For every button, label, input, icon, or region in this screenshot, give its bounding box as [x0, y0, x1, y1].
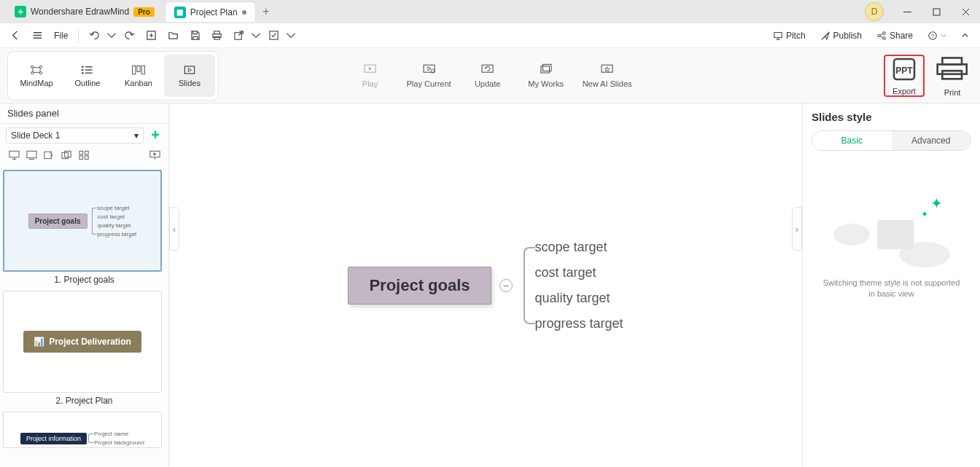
- maximize-button[interactable]: [922, 0, 951, 23]
- share-button[interactable]: Share: [871, 31, 919, 41]
- export-dropdown[interactable]: [251, 26, 261, 45]
- svg-rect-33: [943, 58, 962, 64]
- export-quick-button[interactable]: [229, 26, 248, 45]
- new-ai-slides-button[interactable]: New AI Slides: [583, 63, 632, 88]
- svg-point-10: [883, 36, 886, 39]
- svg-point-8: [878, 34, 881, 37]
- svg-rect-36: [9, 151, 18, 157]
- view-mindmap[interactable]: MindMap: [11, 55, 62, 97]
- close-button[interactable]: [951, 0, 980, 23]
- save-button[interactable]: [185, 26, 204, 45]
- svg-rect-44: [85, 156, 88, 160]
- svg-rect-23: [184, 66, 194, 74]
- style-panel-title: Slides style: [812, 111, 971, 123]
- play-current-button[interactable]: Play Current: [406, 63, 451, 88]
- thumb3-root: Project information: [20, 433, 87, 444]
- svg-point-17: [82, 66, 84, 68]
- child-node[interactable]: quality target: [535, 291, 623, 306]
- panel-tools: [0, 146, 168, 167]
- minimize-button[interactable]: [892, 0, 922, 23]
- svg-point-16: [39, 71, 42, 74]
- print-slides-button[interactable]: Print: [932, 55, 973, 97]
- back-button[interactable]: [6, 26, 25, 45]
- document-tab[interactable]: ▦ Project Plan: [165, 1, 256, 22]
- collapse-ribbon-button[interactable]: [955, 26, 974, 45]
- svg-rect-7: [774, 32, 782, 37]
- pitch-button[interactable]: Pitch: [767, 31, 812, 41]
- app-logo-icon: ✦: [15, 6, 26, 17]
- chart-icon: 📊: [34, 337, 44, 347]
- collapse-left-panel[interactable]: ‹: [169, 207, 179, 251]
- open-button[interactable]: [163, 26, 182, 45]
- view-slides[interactable]: Slides: [164, 55, 215, 97]
- collapse-node-icon[interactable]: −: [499, 279, 513, 292]
- thumb2-caption: 2. Project Plan: [3, 396, 166, 406]
- slide-thumb-1[interactable]: Project goals scope target cost target q…: [3, 170, 162, 272]
- add-deck-button[interactable]: +: [148, 127, 163, 144]
- slides-panel-title: Slides panel: [0, 103, 168, 124]
- root-node[interactable]: Project goals: [348, 267, 491, 305]
- app-name: Wondershare EdrawMind: [31, 7, 129, 17]
- svg-rect-22: [141, 66, 144, 74]
- tab-basic[interactable]: Basic: [812, 131, 892, 150]
- child-node[interactable]: progress target: [535, 316, 623, 331]
- svg-point-9: [883, 31, 886, 34]
- thumb1-root: Project goals: [28, 213, 88, 229]
- user-avatar[interactable]: D: [865, 2, 884, 21]
- slide-canvas[interactable]: Project goals − scope target cost target…: [169, 103, 802, 467]
- export-button[interactable]: PPTExport: [884, 55, 925, 97]
- deck-selector[interactable]: Slide Deck 1▾: [6, 127, 144, 144]
- tool-screen-icon[interactable]: [23, 148, 39, 162]
- tool-present-icon[interactable]: [6, 148, 22, 162]
- tab-advanced[interactable]: Advanced: [892, 131, 971, 150]
- redo-button[interactable]: [120, 26, 139, 45]
- tool-duplicate-icon[interactable]: [58, 148, 74, 162]
- svg-rect-29: [542, 64, 551, 71]
- play-button[interactable]: Play: [348, 63, 392, 88]
- svg-rect-27: [482, 65, 493, 72]
- chevron-down-icon: ▾: [134, 130, 139, 141]
- style-message: Switching theme style is not supported i…: [812, 278, 971, 300]
- menu-button[interactable]: [28, 26, 47, 45]
- pro-badge: Pro: [133, 7, 155, 17]
- svg-rect-21: [137, 66, 140, 71]
- slide-thumbnails: Project goals scope target cost target q…: [0, 167, 168, 467]
- slides-panel: Slides panel Slide Deck 1▾ + Project goa…: [0, 103, 169, 467]
- main-area: Slides panel Slide Deck 1▾ + Project goa…: [0, 103, 980, 467]
- thumb2-root: 📊Project Deliveration: [23, 331, 141, 353]
- slide-thumb-2[interactable]: 📊Project Deliveration: [3, 291, 162, 393]
- collapse-right-panel[interactable]: ›: [792, 207, 802, 251]
- checklist-button[interactable]: [264, 26, 283, 45]
- thumb1-caption: 1. Project goals: [3, 275, 166, 285]
- app-tab[interactable]: ✦ Wondershare EdrawMind Pro: [6, 1, 163, 22]
- undo-button[interactable]: [85, 26, 104, 45]
- tool-grid-icon[interactable]: [76, 148, 92, 162]
- svg-point-18: [82, 68, 84, 71]
- tool-play-icon[interactable]: [147, 148, 163, 162]
- new-tab-button[interactable]: +: [257, 3, 275, 20]
- file-menu[interactable]: File: [50, 31, 72, 41]
- mindmap: Project goals − scope target cost target…: [348, 240, 623, 331]
- undo-dropdown[interactable]: [106, 26, 117, 45]
- quick-toolbar: File Pitch Publish Share ?: [0, 23, 980, 48]
- update-button[interactable]: Update: [466, 63, 510, 88]
- help-button[interactable]: ?: [922, 31, 952, 41]
- my-works-button[interactable]: My Works: [524, 63, 568, 88]
- unsaved-dot-icon: [242, 10, 246, 15]
- child-node[interactable]: scope target: [535, 240, 623, 255]
- style-panel: Slides style Basic Advanced ✦ ✦ Switchin…: [802, 103, 980, 467]
- view-kanban[interactable]: Kanban: [113, 55, 164, 97]
- svg-rect-25: [424, 65, 435, 72]
- add-button[interactable]: [141, 26, 160, 45]
- slide-thumb-3[interactable]: Project information Project name Project…: [3, 412, 162, 448]
- publish-button[interactable]: Publish: [814, 31, 868, 41]
- view-outline[interactable]: Outline: [62, 55, 113, 97]
- print-button[interactable]: [207, 26, 226, 45]
- tool-edit-icon[interactable]: [41, 148, 57, 162]
- more-dropdown[interactable]: [286, 26, 296, 45]
- svg-point-19: [82, 71, 84, 74]
- child-node[interactable]: cost target: [535, 265, 623, 280]
- svg-point-13: [31, 66, 34, 68]
- doc-icon: ▦: [174, 7, 186, 18]
- ribbon: MindMap Outline Kanban Slides Play Play …: [0, 48, 980, 103]
